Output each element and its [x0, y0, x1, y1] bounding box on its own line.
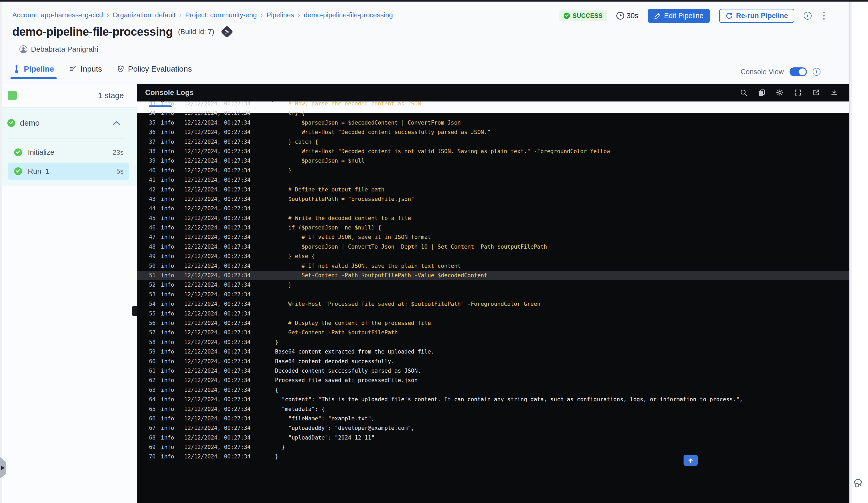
page-scrollbar[interactable]	[849, 2, 852, 503]
log-level: info	[161, 328, 174, 337]
log-line-number: 66	[142, 414, 156, 423]
log-line-47: 47info12/12/2024, 00:27:34 # If valid JS…	[137, 232, 849, 242]
console-view-toggle[interactable]	[789, 67, 807, 76]
log-message: Decoded content successfully parsed as J…	[275, 366, 421, 376]
log-message: "content": "This is the uploaded file's …	[275, 395, 743, 404]
log-level: info	[161, 309, 174, 318]
log-level: info	[161, 414, 174, 423]
log-level: info	[161, 347, 174, 356]
log-message: }	[275, 337, 278, 347]
log-line-58: 58info12/12/2024, 00:27:34}	[137, 337, 849, 347]
log-level: info	[161, 405, 174, 414]
log-line-52: 52info12/12/2024, 00:27:34 }	[137, 280, 849, 290]
log-level: info	[161, 271, 174, 280]
step-name: Initialize	[28, 148, 113, 157]
rerun-pipeline-button[interactable]: Re-run Pipeline	[719, 9, 794, 23]
main-panel: LogsDetailsInputOutput Console Logs 33in…	[137, 84, 849, 503]
log-timestamp: 12/12/2024, 00:27:34	[184, 185, 251, 194]
breadcrumb-link[interactable]: Account: app-harness-ng-cicd	[12, 11, 103, 19]
log-level: info	[161, 185, 174, 194]
tab-pipeline[interactable]: Pipeline	[13, 64, 54, 79]
edit-pipeline-button[interactable]: Edit Pipeline	[648, 9, 710, 23]
breadcrumb-link[interactable]: Pipelines	[266, 11, 294, 19]
tab-inputs[interactable]: Inputs	[69, 64, 102, 79]
log-timestamp: 12/12/2024, 00:27:34	[184, 113, 251, 118]
breadcrumb-separator: ›	[179, 11, 182, 19]
log-line-41: 41info12/12/2024, 00:27:34	[137, 175, 849, 185]
log-level: info	[161, 366, 174, 376]
log-timestamp: 12/12/2024, 00:27:34	[184, 433, 251, 442]
breadcrumb-separator: ›	[106, 11, 109, 19]
log-message: } catch {	[275, 137, 318, 147]
log-timestamp: 12/12/2024, 00:27:34	[184, 118, 251, 127]
breadcrumb-link[interactable]: Project: community-eng	[185, 11, 257, 19]
log-level: info	[161, 280, 174, 290]
log-level: info	[161, 204, 174, 213]
log-level: info	[161, 433, 174, 442]
log-timestamp: 12/12/2024, 00:27:34	[184, 175, 251, 185]
divider	[8, 138, 125, 138]
git-icon[interactable]	[221, 25, 233, 38]
log-line-number: 49	[142, 251, 156, 261]
log-line-44: 44info12/12/2024, 00:27:34	[137, 204, 849, 213]
step-row-run_1[interactable]: Run_15s	[8, 163, 130, 180]
log-message: }	[275, 442, 285, 452]
log-line-number: 50	[142, 261, 156, 271]
success-check-icon	[564, 13, 570, 19]
log-line-34: 34info12/12/2024, 00:27:34 try {	[137, 113, 849, 118]
log-level: info	[161, 232, 174, 242]
log-line-56: 56info12/12/2024, 00:27:34 # Display the…	[137, 318, 849, 328]
log-line-63: 63info12/12/2024, 00:27:34{	[137, 385, 849, 395]
log-line-62: 62info12/12/2024, 00:27:34Processed file…	[137, 376, 849, 385]
breadcrumb-link[interactable]: demo-pipeline-file-processing	[304, 11, 393, 19]
status-cluster: SUCCESS 30s Edit Pipeline Re-run Pipelin…	[559, 8, 827, 23]
log-level: info	[161, 395, 174, 404]
console-view-info-icon[interactable]: i	[813, 68, 820, 76]
tab-policy-evaluations[interactable]: Policy Evaluations	[117, 64, 192, 79]
log-level: info	[161, 442, 174, 452]
log-line-45: 45info12/12/2024, 00:27:34 # Write the d…	[137, 213, 849, 223]
step-row-initialize[interactable]: Initialize23s	[8, 144, 130, 161]
log-timestamp: 12/12/2024, 00:27:34	[184, 194, 251, 204]
more-options-menu[interactable]	[821, 11, 827, 21]
log-line-69: 69info12/12/2024, 00:27:34 }	[137, 442, 849, 452]
support-chat-icon[interactable]	[853, 477, 866, 490]
log-line-number: 36	[142, 127, 156, 137]
step-success-icon	[14, 148, 22, 156]
scroll-to-top-button[interactable]	[683, 455, 698, 466]
log-timestamp: 12/12/2024, 00:27:34	[184, 309, 251, 318]
log-line-39: 39info12/12/2024, 00:27:34 $parsedJson =…	[137, 156, 849, 166]
log-level: info	[161, 147, 174, 156]
log-level: info	[161, 127, 174, 137]
log-line-65: 65info12/12/2024, 00:27:34 "metadata": {	[137, 405, 849, 414]
log-line-38: 38info12/12/2024, 00:27:34 Write-Host "D…	[137, 147, 849, 156]
console-resize-handle[interactable]	[132, 306, 137, 316]
log-line-40: 40info12/12/2024, 00:27:34 }	[137, 166, 849, 175]
step-success-icon	[14, 167, 22, 175]
log-timestamp: 12/12/2024, 00:27:34	[184, 385, 251, 395]
log-timestamp: 12/12/2024, 00:27:34	[184, 166, 251, 175]
log-message: # Write the decoded content to a file	[275, 213, 411, 223]
log-level: info	[161, 113, 174, 118]
log-line-57: 57info12/12/2024, 00:27:34 Get-Content -…	[137, 328, 849, 337]
log-message: Base64 content extracted from the upload…	[275, 347, 434, 356]
log-line-67: 67info12/12/2024, 00:27:34 "uploadedBy":…	[137, 423, 849, 433]
log-level: info	[161, 423, 174, 433]
log-message: }	[275, 280, 291, 290]
log-level: info	[161, 223, 174, 232]
log-line-number: 62	[142, 376, 156, 385]
log-line-number: 63	[142, 385, 156, 395]
stage-row-demo[interactable]: demo	[0, 115, 137, 130]
log-message: # Define the output file path	[275, 185, 384, 194]
log-message: $parsedJson = $decodedContent | ConvertF…	[275, 118, 461, 127]
page-header: Account: app-harness-ng-cicd›Organizatio…	[0, 2, 849, 83]
chevron-up-icon[interactable]	[113, 120, 121, 126]
page-title-row: demo-pipeline-file-processing (Build Id:…	[12, 24, 231, 39]
log-message: Write-Host "Decoded content successfully…	[275, 127, 491, 137]
info-icon[interactable]: i	[804, 12, 812, 20]
stage-success-icon	[7, 119, 15, 127]
log-line-number: 65	[142, 405, 156, 414]
status-badge-label: SUCCESS	[572, 12, 603, 19]
log-level: info	[161, 299, 174, 309]
breadcrumb-link[interactable]: Organization: default	[113, 11, 176, 19]
